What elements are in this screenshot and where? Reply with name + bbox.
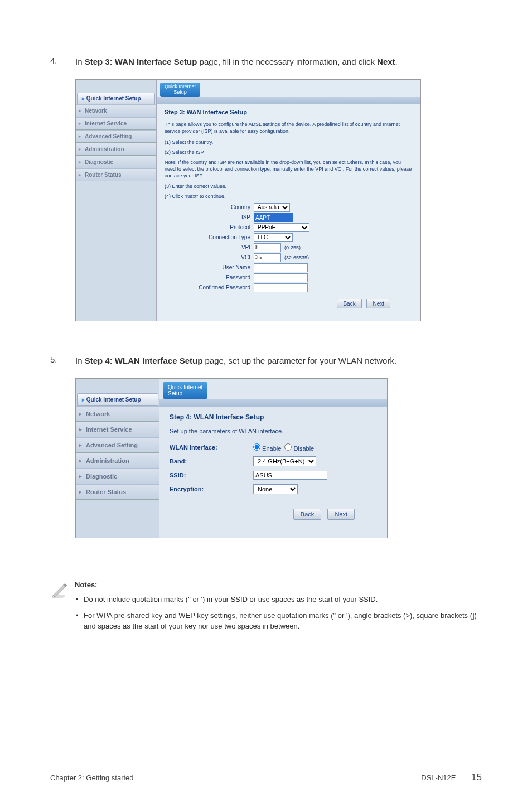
panel-title: Step 3: WAN Interface Setup xyxy=(165,109,413,115)
sidebar-item-diagnostic[interactable]: Diagnostic xyxy=(76,156,156,168)
label: SSID: xyxy=(170,472,253,479)
notes-content: Notes: Do not include quotation marks ("… xyxy=(75,580,482,637)
next-button[interactable]: Next xyxy=(327,509,355,520)
next-button[interactable]: Next xyxy=(366,299,390,308)
label: VPI xyxy=(165,244,254,250)
sidebar-item-router-status[interactable]: Router Status xyxy=(76,484,159,500)
text: In xyxy=(75,356,85,365)
vci-input[interactable] xyxy=(254,253,281,262)
field-connection-type: Connection Type LLC xyxy=(165,233,413,242)
sidebar-item-router-status[interactable]: Router Status xyxy=(76,168,156,181)
label: Band: xyxy=(170,458,253,465)
pencil-icon xyxy=(50,580,75,637)
password-input[interactable] xyxy=(254,273,308,282)
button-bar: Back Next xyxy=(170,499,377,531)
sidebar: ▸ Quick Internet Setup Network Internet … xyxy=(76,379,159,538)
radio-label: Enable xyxy=(262,445,281,452)
sidebar-item-internet-service[interactable]: Internet Service xyxy=(76,422,159,437)
header-stripe xyxy=(157,97,420,104)
country-select[interactable]: Australia xyxy=(254,203,290,212)
label: Protocol xyxy=(165,224,254,230)
tab-label: Quick Internet Setup xyxy=(86,397,141,403)
text-bold: Next xyxy=(377,57,395,66)
sidebar-item-administration[interactable]: Administration xyxy=(76,453,159,468)
panel-description: Set up the parameters of WLAN interface. xyxy=(170,428,377,434)
field-vpi: VPI (0-255) xyxy=(165,243,413,252)
label: VCI xyxy=(165,254,254,260)
hint: (32-65535) xyxy=(281,255,309,260)
username-input[interactable] xyxy=(254,263,308,272)
field-country: Country Australia xyxy=(165,203,413,212)
note-text: Note: If the country and ISP are not ava… xyxy=(165,159,413,179)
step-text: In Step 3: WAN Interface Setup page, fil… xyxy=(75,56,398,68)
back-button[interactable]: Back xyxy=(293,509,321,520)
step-number: 4. xyxy=(50,56,75,65)
sidebar-item-advanced-setting[interactable]: Advanced Setting xyxy=(76,437,159,453)
band-select[interactable]: 2.4 GHz(B+G+N) xyxy=(253,456,316,466)
ssid-input[interactable] xyxy=(253,471,327,480)
wlan-disable-radio[interactable] xyxy=(284,443,292,451)
protocol-select[interactable]: PPPoE xyxy=(254,223,309,232)
main-panel: Quick InternetSetup Step 3: WAN Interfac… xyxy=(157,80,420,321)
notes-block: Notes: Do not include quotation marks ("… xyxy=(50,572,482,648)
hint: (0-255) xyxy=(281,245,301,250)
label: Encryption: xyxy=(170,486,253,492)
note-item: Do not include quotation marks (" or ') … xyxy=(75,595,482,605)
step-text: In Step 4: WLAN Interface Setup page, se… xyxy=(75,355,396,367)
field-encryption: Encryption: None xyxy=(170,484,377,494)
label: Country xyxy=(165,204,254,210)
sidebar-item-network[interactable]: Network xyxy=(76,406,159,422)
field-wlan-interface: WLAN Interface: Enable Disable xyxy=(170,443,377,452)
text: . xyxy=(395,57,398,66)
vpi-input[interactable] xyxy=(254,243,281,252)
isp-select[interactable]: AAPT xyxy=(254,213,293,222)
instruction-line: (1) Select the country. xyxy=(165,139,413,146)
instruction-line: (3) Enter the correct values. xyxy=(165,183,413,190)
sidebar-item-diagnostic[interactable]: Diagnostic xyxy=(76,468,159,484)
header-stripe xyxy=(159,399,387,407)
label: Confirmed Password xyxy=(165,284,254,291)
confirm-password-input[interactable] xyxy=(254,283,308,292)
field-band: Band: 2.4 GHz(B+G+N) xyxy=(170,456,377,466)
panel-title: Step 4: WLAN Interface Setup xyxy=(170,413,377,421)
page-number: 15 xyxy=(471,772,482,782)
instruction-line: (4) Click "Next" to continue. xyxy=(165,193,413,200)
label: ISP xyxy=(165,214,254,220)
label: User Name xyxy=(165,264,254,270)
text: In xyxy=(75,57,85,66)
page-footer: Chapter 2: Getting started DSL-N12E 15 xyxy=(50,772,482,783)
screenshot-wlan-setup: ▸ Quick Internet Setup Network Internet … xyxy=(75,378,388,538)
notes-title: Notes: xyxy=(75,580,482,591)
sidebar-item-administration[interactable]: Administration xyxy=(76,143,156,156)
radio-label: Disable xyxy=(294,445,315,452)
quick-internet-setup-pill[interactable]: Quick InternetSetup xyxy=(160,83,200,97)
text-bold: Step 3: WAN Interface Setup xyxy=(85,57,197,66)
connection-type-select[interactable]: LLC xyxy=(254,233,293,242)
text: page, fill in the necessary information,… xyxy=(197,57,377,66)
footer-chapter: Chapter 2: Getting started xyxy=(50,774,134,782)
sidebar-item-internet-service[interactable]: Internet Service xyxy=(76,117,156,130)
quick-internet-setup-pill[interactable]: Quick InternetSetup xyxy=(163,382,207,399)
footer-model: DSL-N12E xyxy=(421,774,456,782)
step-number: 5. xyxy=(50,355,75,364)
label: Password xyxy=(165,274,254,281)
sidebar-item-network[interactable]: Network xyxy=(76,104,156,117)
field-isp: ISP AAPT xyxy=(165,213,413,222)
sidebar-active-tab[interactable]: ▸ Quick Internet Setup xyxy=(77,93,155,104)
field-protocol: Protocol PPPoE xyxy=(165,223,413,232)
field-password: Password xyxy=(165,273,413,282)
back-button[interactable]: Back xyxy=(337,299,361,308)
instruction-step-5: 5. In Step 4: WLAN Interface Setup page,… xyxy=(50,355,482,538)
button-bar: Back Next xyxy=(165,293,413,316)
field-username: User Name xyxy=(165,263,413,272)
screenshot-wan-setup: ▸ Quick Internet Setup Network Internet … xyxy=(75,79,421,321)
sidebar-item-advanced-setting[interactable]: Advanced Setting xyxy=(76,130,156,143)
encryption-select[interactable]: None xyxy=(253,484,298,494)
sidebar: ▸ Quick Internet Setup Network Internet … xyxy=(76,80,157,321)
field-ssid: SSID: xyxy=(170,471,377,480)
panel-description: This page allows you to configure the AD… xyxy=(165,121,413,134)
tab-label: Quick Internet Setup xyxy=(86,95,141,102)
label: WLAN Interface: xyxy=(170,444,253,451)
wlan-enable-radio[interactable] xyxy=(253,443,260,451)
sidebar-active-tab[interactable]: ▸ Quick Internet Setup xyxy=(77,393,158,406)
